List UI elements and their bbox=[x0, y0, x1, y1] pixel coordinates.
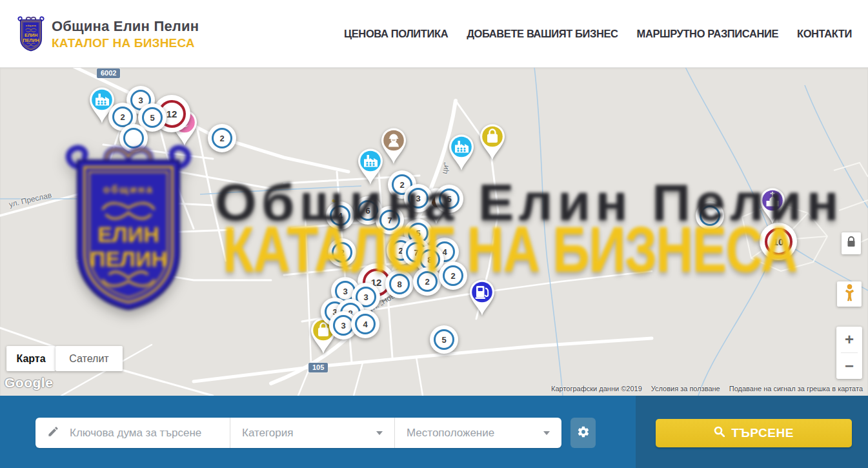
search-footer: Категория Местоположение ТЪРСЕНЕ bbox=[0, 396, 868, 468]
map-cluster-marker[interactable]: 5 bbox=[430, 325, 458, 354]
location-dropdown-label: Местоположение bbox=[407, 427, 494, 440]
svg-text:община: община bbox=[26, 25, 37, 27]
site-title: Община Елин Пелин bbox=[52, 18, 199, 35]
category-dropdown[interactable]: Категория bbox=[230, 418, 395, 448]
map-cluster-marker[interactable]: 4 bbox=[351, 310, 379, 338]
map-cluster-marker[interactable]: 5 bbox=[435, 185, 463, 213]
google-logo[interactable]: Google bbox=[5, 375, 53, 391]
map-cluster-marker[interactable]: 2 bbox=[328, 238, 356, 267]
map-cluster-marker[interactable] bbox=[119, 124, 148, 152]
keyword-section bbox=[35, 418, 230, 448]
search-bar: Категория Местоположение bbox=[35, 418, 561, 448]
street-view-pegman-button[interactable] bbox=[837, 281, 862, 307]
chevron-down-icon bbox=[376, 431, 383, 435]
nav-item-route-schedule[interactable]: МАРШРУТНО РАЗПИСАНИЕ bbox=[637, 28, 778, 40]
search-icon bbox=[714, 426, 725, 440]
map-markers-layer: 12 3 2 5 2 2 3 5 6 4 7 5 2 bbox=[0, 67, 868, 396]
attribution-copyright: Картографски данни ©2019 bbox=[551, 385, 642, 392]
gear-icon bbox=[577, 425, 590, 441]
map-cluster-marker[interactable]: 7 bbox=[376, 206, 404, 234]
location-dropdown[interactable]: Местоположение bbox=[395, 418, 561, 448]
attribution-terms-link[interactable]: Условия за ползване bbox=[651, 385, 720, 392]
zoom-in-button[interactable]: + bbox=[836, 327, 862, 352]
map-type-satellite-button[interactable]: Сателит bbox=[56, 346, 123, 371]
map-cluster-marker[interactable]: 2 bbox=[439, 261, 467, 290]
attribution-report-error-link[interactable]: Подаване на сигнал за грешка в картата bbox=[729, 385, 863, 392]
site-brand: Община Елин Пелин КАТАЛОГ НА БИЗНЕСА bbox=[52, 18, 199, 50]
google-map[interactable]: 6002105ул. Преславбул. „Новоселци“ bbox=[0, 67, 868, 396]
map-pin-bag[interactable] bbox=[477, 123, 508, 163]
pegman-icon bbox=[844, 284, 855, 304]
chevron-down-icon bbox=[543, 431, 550, 435]
advanced-settings-button[interactable] bbox=[570, 418, 596, 448]
fullscreen-lock-button[interactable] bbox=[842, 232, 861, 254]
municipality-logo[interactable]: община ЕЛИН ПЕЛИН bbox=[15, 14, 46, 54]
nav-item-contacts[interactable]: КОНТАКТИ bbox=[797, 28, 852, 40]
map-cluster-marker[interactable]: 4 bbox=[326, 201, 354, 230]
map-cluster-marker[interactable]: 8 bbox=[385, 270, 414, 298]
map-pin-church[interactable] bbox=[757, 187, 788, 227]
map-cluster-marker[interactable] bbox=[696, 201, 724, 230]
map-attribution: Картографски данни ©2019 Условия за полз… bbox=[551, 385, 863, 392]
nav-item-pricing[interactable]: ЦЕНОВА ПОЛИТИКА bbox=[344, 28, 448, 40]
search-button[interactable]: ТЪРСЕНЕ bbox=[656, 419, 852, 447]
site-header: община ЕЛИН ПЕЛИН Община Елин Пелин КАТА… bbox=[0, 0, 868, 68]
category-dropdown-label: Категория bbox=[242, 427, 293, 440]
map-cluster-marker[interactable]: 3 bbox=[404, 184, 432, 212]
pencil-icon bbox=[47, 425, 59, 440]
zoom-control: + − bbox=[836, 327, 862, 379]
search-button-label: ТЪРСЕНЕ bbox=[731, 426, 794, 440]
main-nav: ЦЕНОВА ПОЛИТИКА ДОБАВЕТЕ ВАШИЯТ БИЗНЕС М… bbox=[344, 0, 852, 67]
nav-item-add-business[interactable]: ДОБАВЕТЕ ВАШИЯТ БИЗНЕС bbox=[467, 28, 618, 40]
map-type-map-button[interactable]: Карта bbox=[6, 346, 56, 371]
map-cluster-marker[interactable]: 2 bbox=[413, 267, 441, 296]
keyword-search-input[interactable] bbox=[68, 426, 219, 440]
map-pin-factory[interactable] bbox=[446, 133, 477, 173]
zoom-out-button[interactable]: − bbox=[836, 353, 862, 379]
map-pin-factory[interactable] bbox=[355, 147, 386, 187]
map-cluster-marker[interactable]: 2 bbox=[208, 124, 236, 152]
svg-text:ЕЛИН: ЕЛИН bbox=[25, 32, 37, 38]
svg-text:ПЕЛИН: ПЕЛИН bbox=[23, 37, 39, 43]
site-subtitle: КАТАЛОГ НА БИЗНЕСА bbox=[52, 36, 199, 50]
map-cluster-marker[interactable]: 10 bbox=[760, 223, 797, 260]
map-pin-fuel[interactable] bbox=[467, 278, 498, 318]
business-catalog-page: { "header": { "logo": {"top_text": "общи… bbox=[0, 0, 868, 468]
lock-icon bbox=[847, 236, 856, 250]
